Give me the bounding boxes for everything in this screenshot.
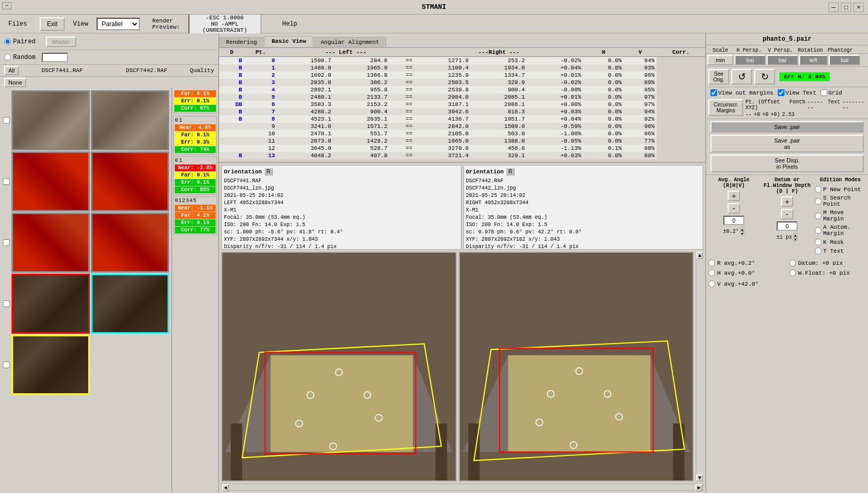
v-scrollbar[interactable]: ▲ ▼ (696, 252, 703, 482)
minimize-button[interactable]: ─ (828, 3, 839, 12)
m-move-margin-radio[interactable] (815, 213, 822, 219)
img-thumb-1-left[interactable] (11, 90, 90, 150)
tab-angular-alignment[interactable]: Angular Alignment (314, 37, 386, 47)
see-disp-button[interactable]: See Disp.in Pixels (710, 155, 864, 172)
files-menu[interactable]: Files (4, 18, 31, 30)
random-radio-label[interactable]: Random (4, 54, 35, 61)
avg-zero-input[interactable] (723, 216, 744, 225)
datum-plus-btn[interactable]: + (781, 196, 793, 207)
grid-checkbox[interactable] (821, 89, 827, 96)
view-text-check[interactable]: View Text (778, 89, 816, 96)
pm-px-spinner[interactable]: ±1 px ▲ ▼ (777, 233, 798, 241)
cell-r1: 1235.9 (414, 72, 471, 79)
view-out-margins-check[interactable]: View out margins (710, 89, 774, 96)
all-button[interactable]: All (4, 66, 19, 75)
datum-radio[interactable] (789, 260, 796, 266)
bal-button-3[interactable]: bal (829, 55, 860, 65)
s-search-point-radio[interactable] (815, 198, 822, 205)
save-pair-as-button[interactable]: Save .pairas (710, 135, 864, 152)
angle-up-btn[interactable]: ▲ (740, 227, 745, 231)
px-up-btn[interactable]: ▲ (793, 233, 798, 237)
px-down-btn[interactable]: ▼ (793, 237, 798, 241)
pm-angle-spinner[interactable]: ±0.2° ▲ ▼ (723, 227, 745, 236)
paired-radio-label[interactable]: Paired (4, 38, 35, 45)
rotate-left-button[interactable]: ↺ (731, 69, 752, 85)
paired-radio[interactable] (4, 38, 11, 45)
scroll-down-btn[interactable]: ▼ (696, 474, 703, 482)
tab-basic-view[interactable]: Basic View (265, 36, 313, 47)
h-avg-radio[interactable] (708, 269, 715, 276)
bal-button-2[interactable]: bal (767, 55, 798, 65)
img-thumb-4-left[interactable] (11, 274, 90, 334)
view-text-checkbox[interactable] (778, 89, 784, 96)
scroll-left-btn[interactable]: ◄ (222, 484, 229, 491)
left-button[interactable]: left (799, 55, 828, 65)
v-avg-radio[interactable] (708, 280, 715, 287)
scroll-up-btn[interactable]: ▲ (696, 252, 703, 259)
bal-button-1[interactable]: bal (734, 55, 766, 65)
tab-rendering[interactable]: Rendering (219, 37, 264, 47)
view-out-margins-checkbox[interactable] (710, 89, 717, 96)
help-menu[interactable]: Help (278, 18, 302, 30)
save-pair-button[interactable]: Save .pair (710, 121, 864, 133)
m-move-margin-option[interactable]: M Move Margin (815, 209, 866, 222)
master-button[interactable]: Master (46, 37, 76, 47)
view-select[interactable]: Parallel Anaglyph (97, 18, 140, 30)
img-checkbox-1[interactable] (2, 117, 10, 124)
svg-rect-19 (673, 424, 684, 480)
img-thumb-2-right[interactable] (91, 151, 169, 212)
angle-down-btn[interactable]: ▼ (740, 231, 745, 236)
a-autom-margin-radio[interactable] (815, 227, 822, 234)
img-checkbox-4[interactable] (2, 300, 10, 307)
s-search-point-option[interactable]: S Search Point (815, 195, 866, 207)
v-avg-label-row[interactable]: V avg.+42.0° (708, 279, 866, 288)
datum-px-row[interactable]: Datum: +0 pix (789, 259, 866, 267)
r-avg-row[interactable]: R avg.+0.2° (708, 259, 785, 267)
rotate-right-button[interactable]: ↻ (754, 69, 775, 85)
close-button[interactable]: × (853, 3, 864, 12)
orient-right-r-btn[interactable]: R (506, 168, 515, 175)
t-text-radio[interactable] (815, 248, 822, 254)
see-orig-button[interactable]: SeeOrig. (708, 69, 729, 85)
img-thumb-4-right[interactable] (91, 274, 169, 334)
k-mask-option[interactable]: K Mask (815, 239, 866, 245)
r-avg-radio[interactable] (708, 260, 715, 266)
orient-left-r-btn[interactable]: R (264, 168, 273, 175)
scale-header: Scale (707, 48, 733, 53)
datum-zero-input[interactable] (777, 221, 798, 231)
none-button[interactable]: None (4, 78, 26, 87)
w-float-row[interactable]: W.Float: +0 pix (789, 268, 866, 277)
k-mask-radio[interactable] (815, 239, 822, 245)
see-orig-row: SeeOrig. ↺ ↻ Err H: 0.04% (706, 67, 868, 87)
a-autom-margin-option[interactable]: A Autom. Margin (815, 224, 866, 237)
img-checkbox-2[interactable] (2, 178, 10, 185)
w-float-radio[interactable] (789, 269, 796, 276)
file-header: All DSCF7441.RAF DSCF7442.RAF Quality (0, 65, 218, 77)
avg-plus-btn[interactable]: + (728, 191, 740, 201)
img-thumb-3-right[interactable] (91, 213, 169, 273)
img-thumb-2-left[interactable] (11, 151, 90, 212)
img-thumb-5-left[interactable] (11, 335, 90, 395)
h-avg-row[interactable]: H avg.+0.0° (708, 268, 785, 277)
circumscr-margins-button[interactable]: Circumscr.Margins (708, 99, 743, 116)
grid-check[interactable]: Grid (821, 89, 842, 96)
img-thumb-1-right[interactable] (91, 90, 169, 150)
img-thumb-3-left[interactable] (11, 213, 90, 273)
h-scrollbar[interactable]: ◄ ► (221, 484, 703, 491)
photo-right[interactable] (459, 252, 694, 482)
avg-minus-btn[interactable]: - (728, 203, 740, 214)
img-checkbox-3[interactable] (2, 239, 10, 246)
random-input[interactable] (42, 53, 68, 62)
scroll-right-btn[interactable]: ► (695, 484, 703, 491)
datum-minus-btn[interactable]: - (781, 209, 793, 219)
random-radio[interactable] (4, 54, 11, 61)
exit-button[interactable]: Exit (40, 17, 65, 31)
p-new-point-radio[interactable] (815, 186, 822, 193)
img-checkbox-5[interactable] (2, 361, 10, 368)
maximize-button[interactable]: □ (841, 3, 851, 12)
p-new-point-option[interactable]: P New Point (815, 186, 866, 193)
min-button[interactable]: min (707, 55, 733, 65)
photo-left[interactable] (221, 252, 457, 482)
t-text-option[interactable]: T Text (815, 248, 866, 254)
minimize-btn[interactable]: ─ (2, 2, 11, 9)
